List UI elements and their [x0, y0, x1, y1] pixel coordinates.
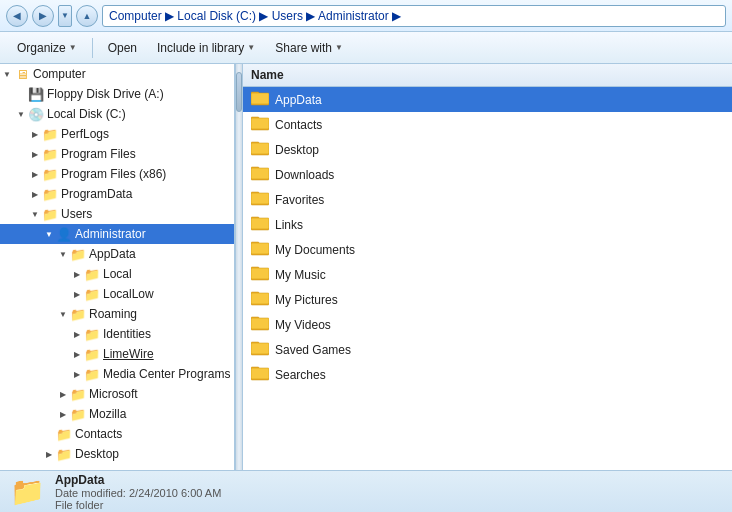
file-item-savedgames[interactable]: Saved Games	[243, 337, 732, 362]
tree-toggle-limewire[interactable]: ▶	[70, 347, 84, 361]
tree-scrollbar[interactable]	[235, 64, 243, 470]
tree-item-programfiles[interactable]: ▶📁Program Files	[0, 144, 234, 164]
file-label-links: Links	[275, 218, 303, 232]
file-item-desktop[interactable]: Desktop	[243, 137, 732, 162]
tree-label-contacts2: Contacts	[75, 427, 122, 441]
tree-item-floppy[interactable]: 💾Floppy Disk Drive (A:)	[0, 84, 234, 104]
tree-label-localdisk: Local Disk (C:)	[47, 107, 126, 121]
file-label-myvideos: My Videos	[275, 318, 331, 332]
tree-item-limewire[interactable]: ▶📁LimeWire	[0, 344, 234, 364]
tree-toggle-roaming[interactable]: ▼	[56, 307, 70, 321]
tree-icon-perflogs: 📁	[42, 126, 58, 142]
tree-toggle-administrator[interactable]: ▼	[42, 227, 56, 241]
status-icon: 📁	[10, 475, 45, 508]
file-icon-myvideos	[251, 315, 271, 334]
tree-item-computer[interactable]: ▼🖥Computer	[0, 64, 234, 84]
file-item-favorites[interactable]: Favorites	[243, 187, 732, 212]
file-panel[interactable]: Name AppData Contacts Desktop Downloads …	[243, 64, 732, 470]
tree-item-programdata[interactable]: ▶📁ProgramData	[0, 184, 234, 204]
tree-toggle-mozilla[interactable]: ▶	[56, 407, 70, 421]
tree-label-local: Local	[103, 267, 132, 281]
column-name-header[interactable]: Name	[243, 64, 732, 87]
tree-label-mozilla: Mozilla	[89, 407, 126, 421]
svg-rect-2	[251, 93, 269, 104]
tree-label-programfiles: Program Files	[61, 147, 136, 161]
file-item-myvideos[interactable]: My Videos	[243, 312, 732, 337]
file-item-links[interactable]: Links	[243, 212, 732, 237]
tree-label-perflogs: PerfLogs	[61, 127, 109, 141]
breadcrumb[interactable]: Computer ▶ Local Disk (C:) ▶ Users ▶ Adm…	[102, 5, 726, 27]
file-item-appdata[interactable]: AppData	[243, 87, 732, 112]
file-item-mydocuments[interactable]: My Documents	[243, 237, 732, 262]
main-container: ▼🖥Computer💾Floppy Disk Drive (A:)▼💿Local…	[0, 64, 732, 470]
tree-item-mozilla[interactable]: ▶📁Mozilla	[0, 404, 234, 424]
history-dropdown[interactable]: ▼	[58, 5, 72, 27]
tree-item-roaming[interactable]: ▼📁Roaming	[0, 304, 234, 324]
svg-rect-11	[251, 168, 269, 179]
tree-label-users: Users	[61, 207, 92, 221]
tree-toggle-programfilesx86[interactable]: ▶	[28, 167, 42, 181]
tree-toggle-perflogs[interactable]: ▶	[28, 127, 42, 141]
tree-item-appdata[interactable]: ▼📁AppData	[0, 244, 234, 264]
tree-item-programfilesx86[interactable]: ▶📁Program Files (x86)	[0, 164, 234, 184]
tree-toggle-locallow[interactable]: ▶	[70, 287, 84, 301]
file-item-mypictures[interactable]: My Pictures	[243, 287, 732, 312]
tree-toggle-localdisk[interactable]: ▼	[14, 107, 28, 121]
tree-toggle-users[interactable]: ▼	[28, 207, 42, 221]
toolbar: Organize ▼ Open Include in library ▼ Sha…	[0, 32, 732, 64]
file-icon-contacts	[251, 115, 271, 134]
tree-item-identities[interactable]: ▶📁Identities	[0, 324, 234, 344]
tree-toggle-programfiles[interactable]: ▶	[28, 147, 42, 161]
file-icon-mypictures	[251, 290, 271, 309]
tree-toggle-programdata[interactable]: ▶	[28, 187, 42, 201]
svg-rect-32	[251, 343, 269, 354]
tree-item-locallow[interactable]: ▶📁LocalLow	[0, 284, 234, 304]
tree-icon-local: 📁	[84, 266, 100, 282]
file-icon-favorites	[251, 190, 271, 209]
tree-item-users[interactable]: ▼📁Users	[0, 204, 234, 224]
tree-toggle-microsoft[interactable]: ▶	[56, 387, 70, 401]
tree-icon-contacts2: 📁	[56, 426, 72, 442]
organize-button[interactable]: Organize ▼	[8, 38, 86, 58]
tree-item-perflogs[interactable]: ▶📁PerfLogs	[0, 124, 234, 144]
file-label-contacts: Contacts	[275, 118, 322, 132]
status-name: AppData	[55, 473, 221, 487]
open-button[interactable]: Open	[99, 38, 146, 58]
tree-toggle-contacts2[interactable]	[42, 427, 56, 441]
file-item-mymusic[interactable]: My Music	[243, 262, 732, 287]
tree-label-appdata: AppData	[89, 247, 136, 261]
tree-item-localdisk[interactable]: ▼💿Local Disk (C:)	[0, 104, 234, 124]
tree-toggle-appdata[interactable]: ▼	[56, 247, 70, 261]
share-with-arrow: ▼	[335, 43, 343, 52]
svg-rect-23	[251, 268, 269, 279]
status-type: File folder	[55, 499, 221, 511]
tree-toggle-desktop2[interactable]: ▶	[42, 447, 56, 461]
tree-item-administrator[interactable]: ▼👤Administrator	[0, 224, 234, 244]
tree-label-roaming: Roaming	[89, 307, 137, 321]
tree-icon-mozilla: 📁	[70, 406, 86, 422]
svg-rect-5	[251, 118, 269, 129]
file-item-downloads[interactable]: Downloads	[243, 162, 732, 187]
tree-panel[interactable]: ▼🖥Computer💾Floppy Disk Drive (A:)▼💿Local…	[0, 64, 235, 470]
tree-toggle-identities[interactable]: ▶	[70, 327, 84, 341]
file-label-appdata: AppData	[275, 93, 322, 107]
tree-toggle-floppy[interactable]	[14, 87, 28, 101]
tree-icon-limewire: 📁	[84, 346, 100, 362]
file-item-searches[interactable]: Searches	[243, 362, 732, 387]
tree-item-microsoft[interactable]: ▶📁Microsoft	[0, 384, 234, 404]
up-button[interactable]: ▲	[76, 5, 98, 27]
file-item-contacts[interactable]: Contacts	[243, 112, 732, 137]
include-library-button[interactable]: Include in library ▼	[148, 38, 264, 58]
forward-button[interactable]: ▶	[32, 5, 54, 27]
back-button[interactable]: ◀	[6, 5, 28, 27]
share-with-button[interactable]: Share with ▼	[266, 38, 352, 58]
tree-toggle-computer[interactable]: ▼	[0, 67, 14, 81]
file-icon-desktop	[251, 140, 271, 159]
tree-toggle-mediacenter[interactable]: ▶	[70, 367, 84, 381]
tree-item-mediacenter[interactable]: ▶📁Media Center Programs	[0, 364, 234, 384]
tree-item-contacts2[interactable]: 📁Contacts	[0, 424, 234, 444]
tree-item-local[interactable]: ▶📁Local	[0, 264, 234, 284]
tree-item-desktop2[interactable]: ▶📁Desktop	[0, 444, 234, 464]
file-label-desktop: Desktop	[275, 143, 319, 157]
tree-toggle-local[interactable]: ▶	[70, 267, 84, 281]
